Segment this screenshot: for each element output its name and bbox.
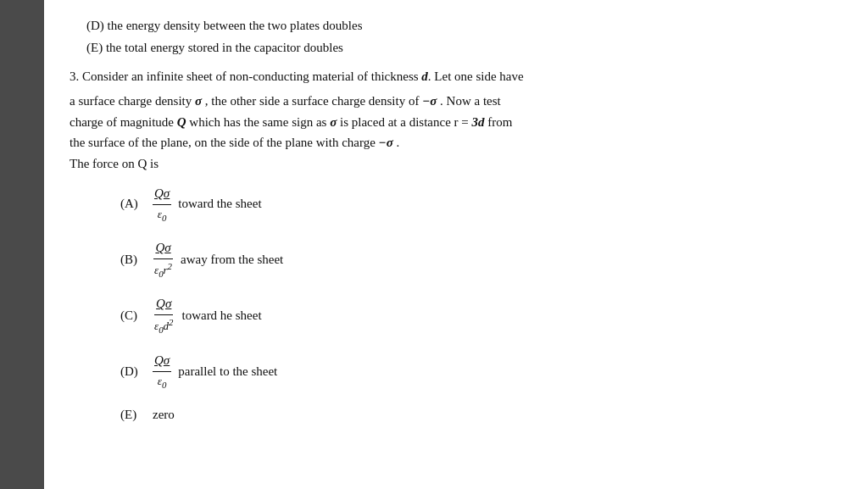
- choice-e-text: zero: [153, 404, 175, 425]
- var-d: d: [421, 69, 428, 83]
- var-3d: 3d: [472, 115, 485, 129]
- choice-d-label: (D): [120, 361, 153, 382]
- sidebar: [0, 0, 44, 489]
- choice-b-denominator: ε0r2: [153, 259, 174, 282]
- choice-b-numerator: Qσ: [153, 237, 172, 259]
- choice-c-denominator: ε0d2: [153, 315, 175, 338]
- choice-c-numerator: Qσ: [154, 293, 173, 315]
- answer-choices: (A) Qσ ε0 toward the sheet (B) Qσ ε0r2 a…: [120, 183, 834, 425]
- choice-a-denominator: ε0: [156, 205, 169, 225]
- var-neg-sigma2: −σ: [379, 136, 393, 149]
- force-on-line: The force on Q is: [70, 153, 834, 175]
- var-neg-sigma1: −σ: [422, 94, 437, 108]
- choice-d: (D) Qσ ε0 parallel to the sheet: [120, 350, 834, 392]
- q-intro: Consider an infinite sheet of non-conduc…: [82, 69, 524, 83]
- choice-d-fraction: Qσ ε0: [153, 350, 171, 392]
- choice-b: (B) Qσ ε0r2 away from the sheet: [120, 237, 834, 282]
- choice-c-fraction: Qσ ε0d2: [153, 293, 175, 338]
- choice-b-fraction: Qσ ε0r2: [153, 237, 174, 282]
- prev-answers: (D) the energy density between the two p…: [70, 15, 834, 58]
- choice-c-text: toward he sheet: [181, 305, 261, 326]
- content-area: (D) the energy density between the two p…: [44, 0, 868, 489]
- choice-a-numerator: Qσ: [153, 183, 171, 205]
- choice-c-label: (C): [120, 305, 153, 326]
- prev-answer-d: (D) the energy density between the two p…: [86, 15, 834, 36]
- choice-d-text: parallel to the sheet: [178, 361, 277, 382]
- prev-answer-e: (E) the total energy stored in the capac…: [86, 37, 834, 58]
- choice-e: (E) zero: [120, 404, 834, 425]
- choice-b-text: away from the sheet: [181, 249, 283, 270]
- choice-b-label: (B): [120, 249, 153, 270]
- question-3: 3. Consider an infinite sheet of non-con…: [70, 66, 834, 425]
- q-line4: the surface of the plane, on the side of…: [70, 132, 834, 153]
- choice-d-denominator: ε0: [156, 372, 169, 392]
- q-line2: a surface charge density σ , the other s…: [70, 91, 834, 112]
- choice-d-numerator: Qσ: [153, 350, 171, 372]
- question-text: 3. Consider an infinite sheet of non-con…: [70, 66, 834, 87]
- var-sigma2: σ: [330, 115, 337, 129]
- choice-a-fraction: Qσ ε0: [153, 183, 171, 225]
- var-sigma1: σ: [195, 94, 202, 108]
- choice-a: (A) Qσ ε0 toward the sheet: [120, 183, 834, 225]
- q-line3: charge of magnitude Q which has the same…: [70, 112, 834, 133]
- choice-a-label: (A): [120, 193, 153, 214]
- choice-a-text: toward the sheet: [178, 193, 261, 214]
- var-Q: Q: [177, 115, 186, 129]
- choice-c: (C) Qσ ε0d2 toward he sheet: [120, 293, 834, 338]
- choice-e-label: (E): [120, 404, 153, 425]
- question-number: 3.: [70, 69, 79, 83]
